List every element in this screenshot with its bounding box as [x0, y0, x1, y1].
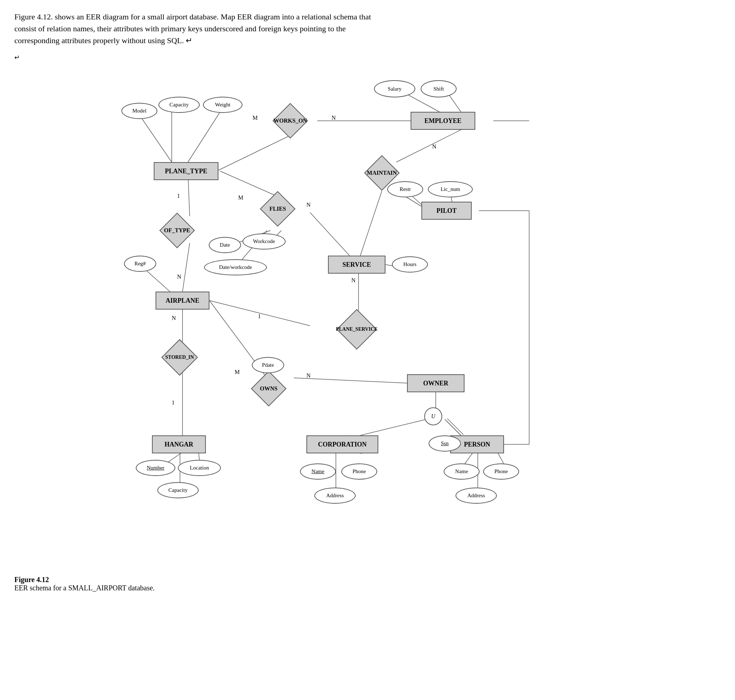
attr-lic-num: Lic_num: [428, 181, 473, 197]
intro-text: Figure 4.12. shows an EER diagram for a …: [15, 11, 374, 46]
svg-line-30: [294, 378, 411, 383]
attr-name-person: Name: [444, 463, 480, 479]
attr-location: Location: [178, 460, 221, 476]
svg-line-26: [143, 268, 170, 291]
svg-line-34: [445, 419, 461, 435]
attr-salary: Salary: [374, 80, 415, 97]
rel-owns: OWNS: [249, 372, 289, 405]
svg-line-3: [217, 136, 289, 171]
svg-line-36: [447, 419, 464, 435]
cardinality-n-works: N: [332, 115, 336, 121]
figure-caption: Figure 4.12 EER schema for a SMALL_AIRPO…: [15, 576, 720, 592]
cardinality-n-service: N: [351, 277, 356, 284]
cardinality-m-works: M: [252, 115, 258, 121]
cardinality-n-stored: N: [172, 315, 176, 321]
rel-stored-in: STORED_IN: [160, 341, 200, 374]
cardinality-m-owns: M: [235, 369, 240, 375]
entity-owner: OWNER: [407, 374, 465, 392]
attr-pdate: Pdate: [252, 357, 284, 373]
cardinality-m-flies: M: [238, 194, 243, 201]
rel-plane-service: PLANE_SERVICE: [328, 315, 386, 344]
eer-diagram: M N N M M N 1 N N 1 N 1 M N EMPLOYEE PLA…: [116, 65, 619, 568]
attr-model: Model: [122, 103, 157, 119]
cardinality-1-hangar: 1: [172, 399, 175, 406]
attr-date-workcode: Date/workcode: [204, 259, 267, 275]
entity-corporation: CORPORATION: [307, 435, 378, 453]
entity-pilot: PILOT: [421, 202, 472, 220]
svg-line-17: [182, 243, 190, 291]
rel-flies: FLIES: [260, 193, 296, 225]
attr-shift: Shift: [421, 80, 456, 97]
svg-line-8: [141, 116, 172, 162]
svg-line-19: [310, 212, 349, 256]
attr-phone-person: Phone: [483, 463, 519, 479]
rel-of-type: OF_TYPE: [159, 214, 195, 247]
union-circle-u: U: [424, 407, 442, 425]
attr-restr: Restr: [387, 181, 423, 197]
attr-workcode: Workcode: [242, 233, 286, 250]
figure-caption-title: Figure 4.12: [15, 576, 49, 584]
svg-line-35: [446, 420, 462, 437]
entity-employee: EMPLOYEE: [411, 112, 475, 130]
attr-capacity-pt: Capacity: [158, 97, 200, 113]
attr-ssn: Ssn: [428, 435, 461, 451]
attr-address-person: Address: [456, 488, 497, 504]
cardinality-n-oftype-bottom: N: [177, 274, 181, 280]
cardinality-n-maintain-emp: N: [432, 143, 436, 150]
cardinality-n-owns: N: [307, 372, 311, 379]
figure-caption-desc: EER schema for a SMALL_AIRPORT database.: [15, 584, 155, 592]
attr-reg-hash: Reg#: [124, 256, 156, 272]
attr-weight: Weight: [203, 97, 242, 113]
svg-line-6: [360, 191, 382, 256]
cardinality-n-flies: N: [307, 202, 311, 208]
entity-hangar: HANGAR: [152, 435, 206, 453]
attr-phone-corp: Phone: [341, 463, 377, 479]
attr-name-corp: Name: [300, 463, 336, 479]
cardinality-1-oftype-top: 1: [177, 193, 180, 199]
attr-hours: Hours: [392, 256, 428, 272]
attr-date: Date: [209, 237, 241, 253]
entity-service: SERVICE: [328, 256, 386, 274]
entity-airplane: AIRPLANE: [156, 291, 210, 310]
svg-line-4: [396, 130, 461, 162]
rel-works-on: WORKS_ON: [270, 104, 310, 137]
svg-line-9: [188, 109, 222, 162]
attr-capacity-hangar: Capacity: [157, 482, 199, 498]
attr-number: Number: [136, 460, 175, 476]
svg-line-33: [360, 419, 427, 435]
cardinality-1-airplane: 1: [258, 313, 261, 320]
attr-address-corp: Address: [314, 488, 356, 504]
entity-plane-type: PLANE_TYPE: [154, 162, 219, 180]
